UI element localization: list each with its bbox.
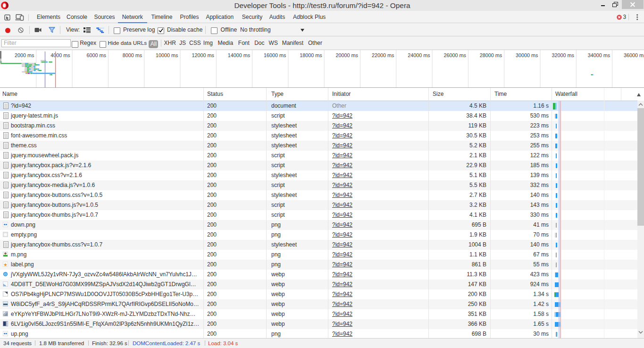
svg-text:6000 ms: 6000 ms	[86, 52, 106, 58]
svg-text:16000 ms: 16000 ms	[264, 52, 286, 58]
svg-text:24000 ms: 24000 ms	[408, 52, 430, 58]
svg-text:12000 ms: 12000 ms	[192, 52, 214, 58]
svg-text:2000 ms: 2000 ms	[15, 52, 34, 58]
svg-text:30000 ms: 30000 ms	[516, 52, 538, 58]
svg-text:22000 ms: 22000 ms	[372, 52, 394, 58]
svg-text:34000 ms: 34000 ms	[588, 52, 611, 58]
svg-text:10000 ms: 10000 ms	[156, 52, 178, 58]
svg-text:20000 ms: 20000 ms	[336, 52, 359, 58]
svg-text:28000 ms: 28000 ms	[480, 52, 502, 58]
svg-text:4000 ms: 4000 ms	[50, 52, 70, 58]
svg-text:32000 ms: 32000 ms	[552, 52, 574, 58]
svg-text:18000 ms: 18000 ms	[300, 52, 322, 58]
svg-text:8000 ms: 8000 ms	[123, 52, 142, 58]
svg-text:36000 ms: 36000 ms	[624, 52, 644, 58]
svg-text:26000 ms: 26000 ms	[443, 52, 466, 58]
svg-text:14000 ms: 14000 ms	[228, 52, 251, 58]
